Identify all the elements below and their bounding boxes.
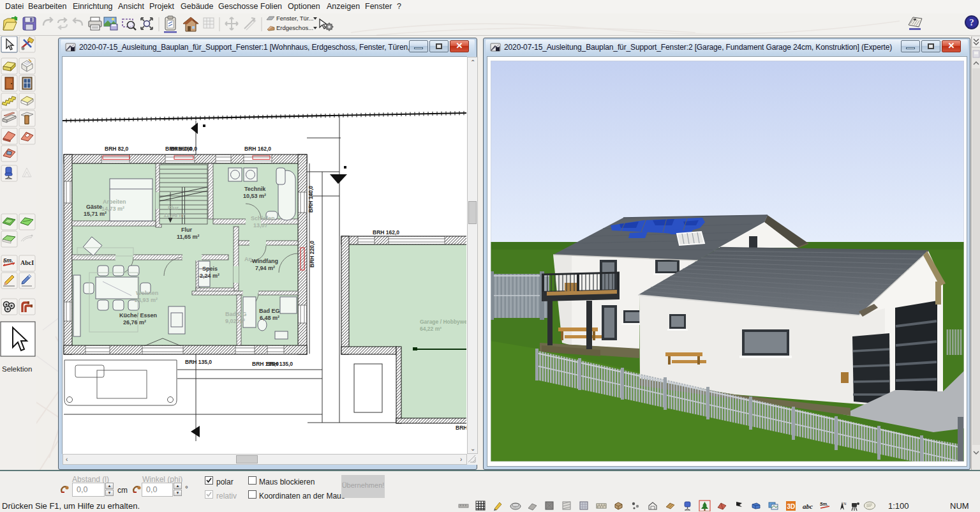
svg-text:...: ... [514,504,516,508]
svg-text:N: N [843,502,846,506]
svg-text:BRH 1: BRH 1 [456,425,466,431]
svg-text:11,65 m²: 11,65 m² [177,234,200,240]
svg-text:11,96 m²: 11,96 m² [163,212,186,218]
svg-text:Windfang: Windfang [252,258,278,264]
svg-text:Speis: Speis [202,266,218,272]
svg-text:5m.: 5m. [3,257,13,264]
svg-text:26,76 m²: 26,76 m² [123,319,146,326]
svg-text:Flur: Flur [168,205,179,211]
svg-text:Schlafen: Schlafen [251,215,275,222]
svg-text:14,73 m²: 14,73 m² [101,206,124,212]
svg-text:An: An [244,256,252,262]
svg-text:Technik: Technik [244,186,266,192]
svg-text:2,24 m²: 2,24 m² [200,273,219,279]
svg-text:BRH 160,0: BRH 160,0 [170,146,197,152]
svg-text:Fenster, Tür...: Fenster, Tür... [276,15,313,22]
svg-text:Garage / Hobbywe: Garage / Hobbywe [420,319,466,325]
svg-text:5m.: 5m. [820,501,828,507]
svg-text:7,94 m²: 7,94 m² [255,265,275,271]
svg-text:BRH 82,0: BRH 82,0 [105,146,129,152]
svg-text:24,93 m²: 24,93 m² [135,297,158,303]
svg-text:Bad OG: Bad OG [225,311,247,317]
svg-text:Wohnen: Wohnen [136,290,158,296]
svg-text:Selektion: Selektion [2,365,32,373]
svg-text:10,53 m²: 10,53 m² [243,193,266,199]
svg-text:BRH 162,0: BRH 162,0 [244,146,271,152]
svg-text:Bad EG: Bad EG [259,308,280,314]
svg-text:Erdgeschos...: Erdgeschos... [276,24,313,31]
svg-text:BRH 162,0: BRH 162,0 [373,229,399,236]
svg-text:abc: abc [803,502,813,510]
svg-text:BRH 135,0: BRH 135,0 [266,361,293,367]
svg-text:64,22 m²: 64,22 m² [420,326,442,332]
svg-text:BRH 220,0: BRH 220,0 [309,241,315,267]
svg-text:AbcI: AbcI [20,259,34,266]
svg-text:BRH 140,0: BRH 140,0 [308,186,314,213]
svg-text:Arbeiten: Arbeiten [103,199,126,205]
svg-text:3D: 3D [787,503,796,510]
svg-text:6,48 m²: 6,48 m² [260,315,279,321]
svg-text:?: ? [969,17,974,27]
svg-text:BRH 135,0: BRH 135,0 [185,359,212,365]
svg-text:9,02 m²: 9,02 m² [225,318,245,324]
svg-text:13,07: 13,07 [253,222,268,229]
svg-text:Küche/ Essen: Küche/ Essen [119,312,157,319]
svg-text:Gäste: Gäste [86,204,102,210]
svg-text:Flur: Flur [181,227,192,233]
